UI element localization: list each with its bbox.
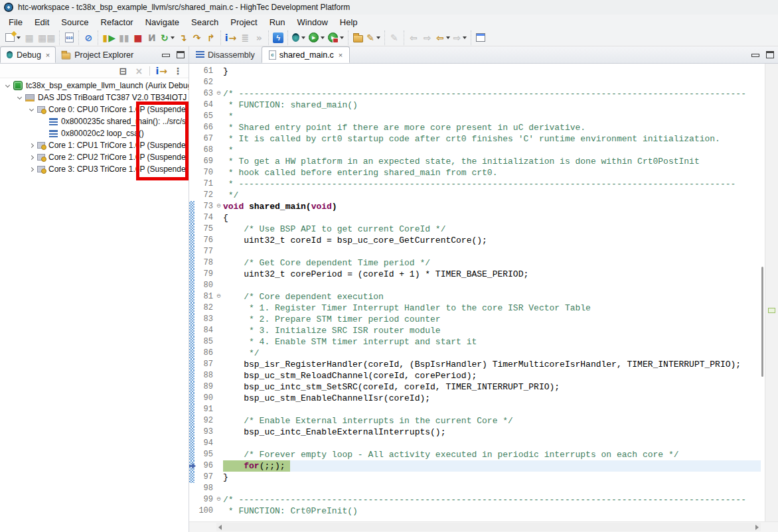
tab-shared-main-c-close-icon[interactable]: ×	[339, 51, 343, 59]
line-number[interactable]: 76	[194, 235, 214, 246]
line-number[interactable]: 77	[194, 246, 214, 257]
menu-run[interactable]: Run	[264, 16, 291, 29]
fold-marker-icon[interactable]: ⊖	[214, 291, 223, 302]
vertical-scrollbar[interactable]	[760, 64, 765, 521]
dropdown-arrow-icon[interactable]	[171, 36, 175, 39]
dropdown-arrow-icon[interactable]	[376, 36, 380, 39]
line-number[interactable]: 79	[194, 269, 214, 280]
line-number[interactable]: 69	[194, 156, 214, 167]
tab-project-explorer[interactable]: Project Explorer	[56, 46, 139, 63]
menu-refactor[interactable]: Refactor	[95, 16, 139, 29]
line-number[interactable]: 74	[194, 212, 214, 224]
debug-tree-row[interactable]: Core 3: CPU3 TriCore 1.6P (Suspended)	[0, 163, 189, 175]
line-number[interactable]: 100	[194, 505, 214, 517]
restart-icon[interactable]: ↻	[159, 31, 176, 45]
run-config-icon[interactable]: ▶	[327, 31, 345, 45]
line-number[interactable]: 61	[194, 66, 214, 77]
line-number[interactable]: 87	[194, 359, 214, 370]
line-number[interactable]: 80	[194, 280, 214, 291]
horizontal-scrollbar-track[interactable]	[216, 523, 761, 531]
line-number[interactable]: 65	[194, 111, 214, 122]
line-number[interactable]: 84	[194, 325, 214, 336]
skip-all-breakpoints-icon[interactable]: ⊘	[82, 31, 95, 45]
menu-window[interactable]: Window	[291, 16, 334, 29]
step-return-icon[interactable]: ↱	[204, 31, 218, 45]
line-number[interactable]: 91	[194, 404, 214, 415]
tree-expander-icon[interactable]	[29, 143, 34, 147]
line-number[interactable]: 66	[194, 122, 214, 133]
dropdown-arrow-icon[interactable]	[340, 36, 344, 39]
tree-expander-icon[interactable]	[5, 82, 10, 87]
tab-disassembly[interactable]: Disassembly	[189, 46, 262, 63]
fold-marker-icon[interactable]: ⊖	[214, 88, 223, 100]
line-number[interactable]: 62	[194, 77, 214, 88]
minimize-icon[interactable]	[162, 54, 170, 57]
line-number[interactable]: 93	[194, 427, 214, 438]
scroll-right-icon[interactable]	[755, 525, 759, 530]
line-number[interactable]: 83	[194, 314, 214, 325]
code-editor[interactable]: 61}6263⊖/* -----------------------------…	[189, 64, 761, 521]
fold-marker-icon[interactable]: ⊖	[214, 201, 223, 212]
maximize-icon[interactable]	[177, 51, 185, 58]
debug-tree-row[interactable]: Core 0: CPU0 TriCore 1.6P (Suspended)	[0, 103, 189, 115]
line-number[interactable]: 88	[194, 370, 214, 381]
line-number[interactable]: 90	[194, 393, 214, 404]
view-menu-icon[interactable]: ⋮	[171, 64, 185, 78]
terminate-icon[interactable]: ■	[131, 31, 145, 45]
menu-source[interactable]: Source	[55, 16, 94, 29]
line-number[interactable]: 85	[194, 336, 214, 348]
tab-debug[interactable]: Debug ×	[0, 46, 56, 63]
line-number[interactable]: 98	[194, 483, 214, 494]
resume-icon[interactable]: ▮▶	[101, 31, 117, 45]
debug-tree-row[interactable]: 0x800020c2 loop_csa()	[0, 127, 189, 139]
tab-debug-close-icon[interactable]: ×	[46, 51, 50, 59]
run-icon[interactable]: ▶	[307, 31, 326, 45]
instruction-stepping-toggle-icon[interactable]: i→	[154, 64, 169, 78]
fold-marker-icon[interactable]: ⊖	[214, 494, 223, 505]
open-resource-icon[interactable]	[351, 31, 364, 45]
debug-tree-row[interactable]: DAS JDS TriBoard TC387 V2.0 TB34IOTJ	[0, 92, 189, 103]
dropdown-arrow-icon[interactable]	[301, 36, 305, 39]
line-number[interactable]: 94	[194, 438, 214, 449]
debug-tree-row[interactable]: Core 2: CPU2 TriCore 1.6P (Suspended)	[0, 151, 189, 163]
tree-expander-icon[interactable]	[29, 155, 34, 159]
menu-help[interactable]: Help	[334, 16, 364, 29]
new-wizard-icon[interactable]	[4, 31, 22, 45]
flash-icon[interactable]: ϟ	[272, 31, 285, 45]
vertical-scrollbar-thumb[interactable]	[761, 267, 763, 377]
overview-ruler[interactable]	[765, 64, 778, 521]
scroll-left-icon[interactable]	[218, 525, 222, 530]
tree-expander-icon[interactable]	[17, 94, 22, 99]
menu-navigate[interactable]: Navigate	[139, 16, 185, 29]
link-with-editor-icon[interactable]	[474, 31, 487, 45]
line-number[interactable]: 63	[194, 88, 214, 100]
line-number[interactable]: 70	[194, 167, 214, 178]
menu-edit[interactable]: Edit	[29, 16, 55, 29]
minimize-icon[interactable]	[751, 54, 759, 57]
dropdown-arrow-icon[interactable]	[463, 36, 467, 39]
line-number[interactable]: 86	[194, 348, 214, 359]
dropdown-arrow-icon[interactable]	[17, 36, 21, 39]
line-number[interactable]: 92	[194, 415, 214, 427]
tree-expander-icon[interactable]	[29, 166, 34, 171]
line-number[interactable]: 97	[194, 472, 214, 483]
line-number[interactable]: 81	[194, 291, 214, 302]
line-number[interactable]: 82	[194, 302, 214, 314]
tab-shared-main-c[interactable]: c shared_main.c ×	[262, 46, 350, 63]
menu-search[interactable]: Search	[185, 16, 224, 29]
line-number[interactable]: 64	[194, 100, 214, 111]
debug-tree-row[interactable]: 0x8000235c shared_main(): ../src/sha	[0, 115, 189, 127]
debug-tree-row[interactable]: tc38x_bsp_example_llvm_launch (Aurix Deb…	[0, 80, 189, 92]
step-into-icon[interactable]: ↴	[177, 31, 190, 45]
external-tools-icon[interactable]: ✎	[365, 31, 382, 45]
tree-expander-icon[interactable]	[29, 106, 34, 111]
instruction-stepping-icon[interactable]: i→	[224, 31, 238, 45]
line-number[interactable]: 96	[194, 460, 214, 472]
current-line-overview-marker[interactable]	[768, 308, 775, 313]
line-number[interactable]: 71	[194, 178, 214, 190]
line-number[interactable]: 99	[194, 494, 214, 505]
line-number[interactable]: 78	[194, 257, 214, 269]
horizontal-scrollbar[interactable]	[189, 521, 778, 532]
maximize-icon[interactable]	[766, 51, 774, 58]
line-number[interactable]: 95	[194, 449, 214, 460]
